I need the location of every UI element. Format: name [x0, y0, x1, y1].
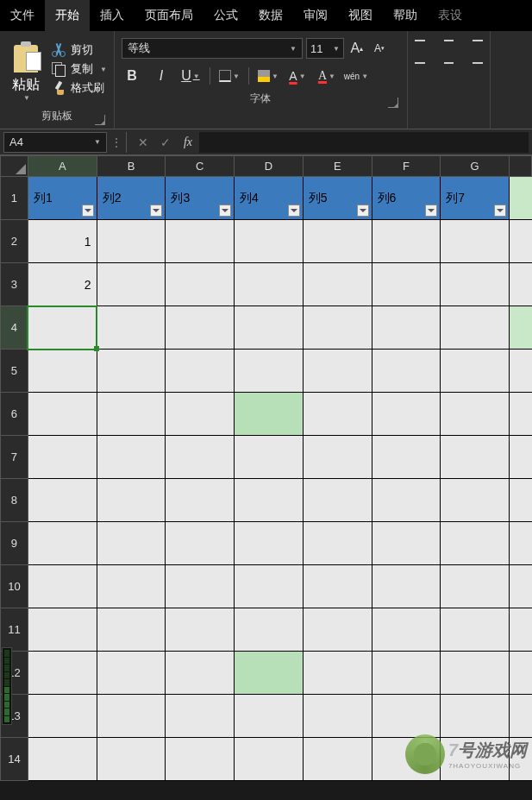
cell[interactable]	[235, 220, 304, 263]
cell[interactable]	[235, 436, 304, 479]
cell[interactable]	[97, 738, 166, 781]
cell[interactable]	[303, 695, 372, 738]
column-header[interactable]: G	[441, 156, 510, 177]
cell[interactable]	[510, 436, 532, 479]
column-header[interactable]: B	[97, 156, 166, 177]
cell[interactable]	[372, 608, 441, 652]
cell[interactable]	[441, 306, 510, 350]
cell[interactable]	[510, 652, 532, 695]
cell[interactable]	[303, 565, 372, 608]
cell[interactable]	[441, 565, 510, 608]
cell[interactable]	[510, 220, 532, 263]
row-header[interactable]: 1	[1, 177, 28, 220]
tab-review[interactable]: 审阅	[293, 0, 338, 31]
tab-view[interactable]: 视图	[338, 0, 383, 31]
cell[interactable]	[97, 479, 166, 522]
cell[interactable]	[510, 306, 532, 350]
cell[interactable]	[303, 220, 372, 263]
cell[interactable]	[303, 306, 372, 350]
cell[interactable]	[28, 695, 97, 738]
cell[interactable]	[28, 350, 97, 393]
cell[interactable]	[28, 565, 97, 608]
cell[interactable]: 1	[28, 220, 97, 263]
cell[interactable]	[510, 695, 532, 738]
drag-handle-icon[interactable]: ⋮	[110, 135, 121, 149]
enter-button[interactable]: ✓	[154, 132, 177, 153]
row-header[interactable]: 7	[1, 436, 28, 479]
grow-font-button[interactable]: A▴	[347, 39, 366, 58]
cell[interactable]: 列2	[97, 177, 166, 220]
paste-button[interactable]: 粘贴 ▼	[7, 35, 45, 104]
cell[interactable]	[166, 565, 235, 608]
clipboard-dialog-launcher[interactable]	[95, 115, 105, 125]
cell[interactable]	[303, 393, 372, 436]
filter-dropdown-icon[interactable]	[357, 205, 369, 217]
cell[interactable]	[372, 479, 441, 522]
cell[interactable]	[235, 263, 304, 306]
cell[interactable]	[235, 306, 304, 350]
column-header[interactable]: E	[303, 156, 372, 177]
cell[interactable]: 列6	[372, 177, 441, 220]
cell[interactable]	[441, 479, 510, 522]
format-painter-button[interactable]: 格式刷	[52, 80, 107, 96]
cell[interactable]	[28, 479, 97, 522]
cell[interactable]	[97, 565, 166, 608]
tab-data[interactable]: 数据	[248, 0, 293, 31]
align-top-center-button[interactable]	[441, 36, 458, 50]
cell[interactable]	[372, 436, 441, 479]
cell[interactable]	[235, 608, 304, 652]
cell[interactable]	[510, 350, 532, 393]
cell[interactable]	[235, 565, 304, 608]
column-header[interactable]: F	[372, 156, 441, 177]
cell[interactable]	[97, 608, 166, 652]
column-header[interactable]: D	[235, 156, 304, 177]
shrink-font-button[interactable]: A▾	[370, 39, 389, 58]
cell[interactable]	[166, 393, 235, 436]
cell[interactable]	[441, 393, 510, 436]
tab-layout[interactable]: 页面布局	[135, 0, 203, 31]
cell[interactable]	[28, 608, 97, 652]
cell[interactable]	[235, 652, 304, 695]
cell[interactable]	[441, 695, 510, 738]
align-top-left-button[interactable]	[415, 36, 432, 50]
cell[interactable]	[97, 695, 166, 738]
tab-formula[interactable]: 公式	[203, 0, 248, 31]
cell[interactable]	[441, 220, 510, 263]
align-top-right-button[interactable]	[466, 36, 483, 50]
italic-button[interactable]: I	[151, 66, 172, 86]
cell[interactable]	[97, 652, 166, 695]
cell[interactable]	[235, 695, 304, 738]
cell[interactable]	[441, 522, 510, 565]
cell[interactable]	[166, 436, 235, 479]
cell[interactable]	[303, 350, 372, 393]
cell[interactable]	[303, 522, 372, 565]
cell[interactable]: 列3	[166, 177, 235, 220]
cell[interactable]	[441, 652, 510, 695]
cell[interactable]	[441, 436, 510, 479]
phonetic-button[interactable]: wén▼	[346, 66, 366, 86]
cell[interactable]	[510, 565, 532, 608]
filter-dropdown-icon[interactable]	[288, 205, 300, 217]
insert-function-button[interactable]: fx	[177, 132, 199, 153]
row-header[interactable]: 10	[1, 565, 28, 608]
column-header[interactable]: C	[166, 156, 235, 177]
filter-dropdown-icon[interactable]	[219, 205, 231, 217]
cell[interactable]	[441, 350, 510, 393]
name-box[interactable]: A4 ▼	[3, 132, 107, 153]
font-size-select[interactable]: 11 ▼	[306, 38, 344, 59]
font-color-button[interactable]: A▼	[287, 66, 308, 86]
cell[interactable]	[235, 393, 304, 436]
cell[interactable]	[372, 522, 441, 565]
cut-button[interactable]: 剪切	[52, 42, 107, 58]
cancel-button[interactable]: ✕	[132, 132, 154, 153]
row-header[interactable]: 6	[1, 393, 28, 436]
row-header[interactable]: 11	[1, 608, 28, 652]
row-header[interactable]: 8	[1, 479, 28, 522]
fill-color-button[interactable]: ▼	[258, 66, 279, 86]
cell[interactable]	[97, 436, 166, 479]
cell[interactable]	[303, 738, 372, 781]
cell[interactable]	[166, 738, 235, 781]
tab-file[interactable]: 文件	[0, 0, 45, 31]
cell[interactable]	[166, 306, 235, 350]
filter-dropdown-icon[interactable]	[150, 205, 162, 217]
